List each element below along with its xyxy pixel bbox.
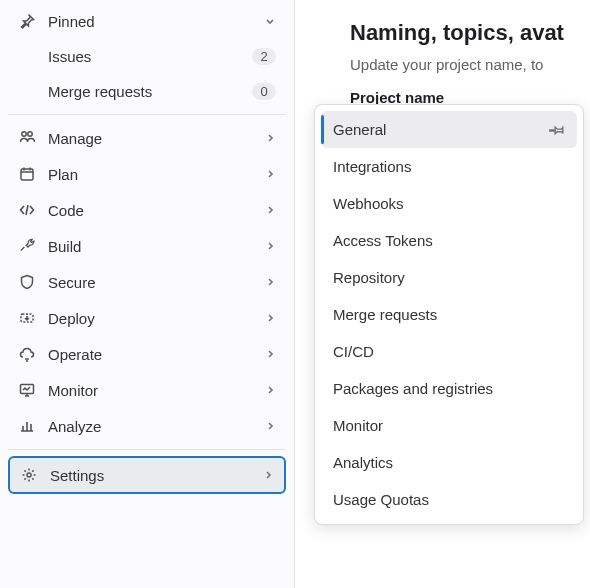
operate-icon bbox=[18, 345, 36, 363]
sidebar-item-label: Monitor bbox=[48, 382, 264, 399]
plan-icon bbox=[18, 165, 36, 183]
sidebar-item-operate[interactable]: Operate bbox=[8, 337, 286, 371]
submenu-item-label: Usage Quotas bbox=[333, 491, 565, 508]
sidebar-item-label: Code bbox=[48, 202, 264, 219]
sidebar-item-settings[interactable]: Settings bbox=[8, 456, 286, 494]
page-subtext: Update your project name, to bbox=[350, 56, 590, 73]
sidebar-item-analyze[interactable]: Analyze bbox=[8, 409, 286, 443]
chevron-right-icon bbox=[264, 348, 276, 360]
content-area: Naming, topics, avat Update your project… bbox=[302, 0, 590, 106]
monitor-icon bbox=[18, 381, 36, 399]
chevron-right-icon bbox=[264, 168, 276, 180]
submenu-item-access-tokens[interactable]: Access Tokens bbox=[321, 222, 577, 259]
svg-rect-2 bbox=[21, 169, 33, 180]
sidebar-item-label: Manage bbox=[48, 130, 264, 147]
sidebar-pinned-issues[interactable]: Issues 2 bbox=[8, 40, 286, 73]
code-icon bbox=[18, 201, 36, 219]
submenu-item-label: Packages and registries bbox=[333, 380, 565, 397]
shield-icon bbox=[18, 273, 36, 291]
sidebar-item-label: Deploy bbox=[48, 310, 264, 327]
sidebar-item-label: Operate bbox=[48, 346, 264, 363]
analyze-icon bbox=[18, 417, 36, 435]
manage-icon bbox=[18, 129, 36, 147]
sidebar-item-monitor[interactable]: Monitor bbox=[8, 373, 286, 407]
sidebar-item-pinned[interactable]: Pinned bbox=[8, 4, 286, 38]
pinned-label: Pinned bbox=[48, 13, 264, 30]
svg-point-1 bbox=[28, 132, 32, 136]
settings-submenu: General Integrations Webhooks Access Tok… bbox=[314, 104, 584, 525]
svg-point-5 bbox=[27, 473, 31, 477]
submenu-item-label: Merge requests bbox=[333, 306, 565, 323]
sidebar-item-label: Issues bbox=[48, 48, 252, 65]
submenu-item-merge-requests[interactable]: Merge requests bbox=[321, 296, 577, 333]
submenu-item-label: Webhooks bbox=[333, 195, 565, 212]
pinned-section: Pinned Issues 2 Merge requests 0 bbox=[8, 4, 286, 108]
sidebar: Pinned Issues 2 Merge requests 0 Manage … bbox=[0, 0, 295, 588]
submenu-item-label: Monitor bbox=[333, 417, 565, 434]
sidebar-item-code[interactable]: Code bbox=[8, 193, 286, 227]
sidebar-item-label: Build bbox=[48, 238, 264, 255]
pin-icon[interactable] bbox=[547, 119, 568, 140]
submenu-item-packages[interactable]: Packages and registries bbox=[321, 370, 577, 407]
submenu-item-general[interactable]: General bbox=[321, 111, 577, 148]
chevron-right-icon bbox=[264, 420, 276, 432]
chevron-right-icon bbox=[262, 469, 274, 481]
sidebar-item-plan[interactable]: Plan bbox=[8, 157, 286, 191]
separator bbox=[8, 449, 286, 450]
page-title: Naming, topics, avat bbox=[350, 20, 590, 46]
submenu-item-webhooks[interactable]: Webhooks bbox=[321, 185, 577, 222]
submenu-item-label: Analytics bbox=[333, 454, 565, 471]
submenu-item-label: General bbox=[333, 121, 550, 138]
chevron-right-icon bbox=[264, 204, 276, 216]
submenu-item-integrations[interactable]: Integrations bbox=[321, 148, 577, 185]
chevron-right-icon bbox=[264, 276, 276, 288]
submenu-item-label: Access Tokens bbox=[333, 232, 565, 249]
submenu-item-label: Repository bbox=[333, 269, 565, 286]
submenu-item-cicd[interactable]: CI/CD bbox=[321, 333, 577, 370]
badge-count: 0 bbox=[252, 83, 276, 100]
sidebar-item-label: Merge requests bbox=[48, 83, 252, 100]
sidebar-item-label: Settings bbox=[50, 467, 262, 484]
pin-icon bbox=[18, 12, 36, 30]
build-icon bbox=[18, 237, 36, 255]
chevron-right-icon bbox=[264, 384, 276, 396]
sidebar-item-manage[interactable]: Manage bbox=[8, 121, 286, 155]
sidebar-item-secure[interactable]: Secure bbox=[8, 265, 286, 299]
submenu-item-repository[interactable]: Repository bbox=[321, 259, 577, 296]
submenu-item-analytics[interactable]: Analytics bbox=[321, 444, 577, 481]
deploy-icon bbox=[18, 309, 36, 327]
sidebar-item-deploy[interactable]: Deploy bbox=[8, 301, 286, 335]
submenu-item-monitor[interactable]: Monitor bbox=[321, 407, 577, 444]
badge-count: 2 bbox=[252, 48, 276, 65]
submenu-item-label: Integrations bbox=[333, 158, 565, 175]
separator bbox=[8, 114, 286, 115]
gear-icon bbox=[20, 466, 38, 484]
sidebar-item-label: Plan bbox=[48, 166, 264, 183]
chevron-right-icon bbox=[264, 240, 276, 252]
sidebar-item-label: Secure bbox=[48, 274, 264, 291]
submenu-item-usage-quotas[interactable]: Usage Quotas bbox=[321, 481, 577, 518]
chevron-right-icon bbox=[264, 132, 276, 144]
sidebar-item-label: Analyze bbox=[48, 418, 264, 435]
sidebar-item-build[interactable]: Build bbox=[8, 229, 286, 263]
svg-point-0 bbox=[22, 132, 26, 136]
sidebar-pinned-merge-requests[interactable]: Merge requests 0 bbox=[8, 75, 286, 108]
chevron-right-icon bbox=[264, 312, 276, 324]
chevron-down-icon bbox=[264, 15, 276, 27]
submenu-item-label: CI/CD bbox=[333, 343, 565, 360]
